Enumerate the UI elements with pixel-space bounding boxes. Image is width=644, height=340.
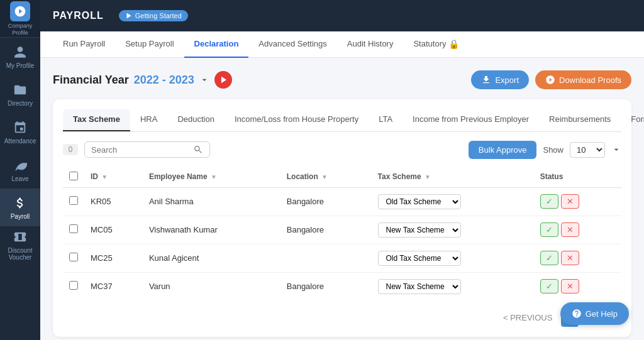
directory-icon xyxy=(13,82,28,97)
col-id: ID ▼ xyxy=(84,167,143,188)
approve-button-3[interactable]: ✓ xyxy=(540,279,558,293)
subnav-setup-payroll[interactable]: Setup Payroll xyxy=(115,31,184,58)
cell-name-0: Anil Sharma xyxy=(143,187,280,216)
svg-marker-1 xyxy=(221,77,226,84)
tab-deduction[interactable]: Deduction xyxy=(167,109,225,131)
tabs-container: Tax Scheme HRA Deduction Income/Loss fro… xyxy=(63,109,621,132)
discount-voucher-icon xyxy=(13,229,28,244)
reject-button-2[interactable]: ✕ xyxy=(561,251,579,265)
col-location: Location ▼ xyxy=(280,167,372,188)
cell-tax-scheme-2: Old Tax Scheme New Tax Scheme xyxy=(372,244,534,272)
sidebar: Company Profile My Profile Directory Att… xyxy=(0,0,40,340)
subnav-statutory[interactable]: Statutory 🔒 xyxy=(403,31,469,58)
table-row: MC05 Vishwanath Kumar Bangalore Old Tax … xyxy=(63,216,621,244)
approve-button-2[interactable]: ✓ xyxy=(540,251,558,265)
sidebar-item-directory[interactable]: Directory xyxy=(0,75,40,113)
financial-year-dropdown[interactable] xyxy=(199,75,209,85)
col-employee-name: Employee Name ▼ xyxy=(143,167,280,188)
search-input[interactable] xyxy=(91,145,189,155)
help-icon xyxy=(572,309,582,319)
content-area: Financial Year 2022 - 2023 Export Downlo… xyxy=(40,58,644,340)
row-checkbox-1[interactable] xyxy=(69,224,78,233)
cell-location-2 xyxy=(280,244,372,272)
get-help-button[interactable]: Get Help xyxy=(560,302,629,325)
subnav-audit-history[interactable]: Audit History xyxy=(337,31,404,58)
pagination: < PREVIOUS 1 NEXT > xyxy=(63,309,621,327)
sidebar-item-my-profile[interactable]: My Profile xyxy=(0,38,40,75)
approve-button-0[interactable]: ✓ xyxy=(540,194,558,209)
table-toolbar: 0 Bulk Approve Show 10 25 50 100 xyxy=(63,141,621,159)
export-button[interactable]: Export xyxy=(471,70,529,89)
cell-status-1: ✓ ✕ xyxy=(534,216,621,244)
sidebar-logo[interactable]: Company Profile xyxy=(0,0,40,38)
approve-button-1[interactable]: ✓ xyxy=(540,222,558,237)
show-label: Show xyxy=(543,145,564,155)
cell-status-2: ✓ ✕ xyxy=(534,244,621,272)
row-checkbox-3[interactable] xyxy=(69,281,78,290)
tax-scheme-select-1[interactable]: Old Tax Scheme New Tax Scheme xyxy=(378,222,461,238)
sidebar-item-discount-voucher[interactable]: Discount Voucher xyxy=(0,226,40,264)
employee-name-filter-icon[interactable]: ▼ xyxy=(211,173,217,180)
reject-button-3[interactable]: ✕ xyxy=(561,279,579,293)
table-row: MC37 Varun Bangalore Old Tax Scheme New … xyxy=(63,272,621,300)
fy-right: Export Download Proofs xyxy=(471,70,631,89)
cell-location-3: Bangalore xyxy=(280,272,372,300)
table-row: MC25 Kunal Agicent Old Tax Scheme New Ta… xyxy=(63,244,621,272)
tab-tax-scheme[interactable]: Tax Scheme xyxy=(63,109,130,131)
payroll-icon xyxy=(13,195,28,211)
subnav-declaration[interactable]: Declaration xyxy=(184,31,249,58)
show-select[interactable]: 10 25 50 100 xyxy=(570,142,605,158)
select-all-checkbox[interactable] xyxy=(69,172,78,180)
cell-tax-scheme-3: Old Tax Scheme New Tax Scheme xyxy=(372,272,534,300)
financial-year-value: 2022 - 2023 xyxy=(134,74,194,87)
tab-income-previous[interactable]: Income from Previous Employer xyxy=(402,109,539,131)
subnav-run-payroll[interactable]: Run Payroll xyxy=(53,31,115,58)
tab-hra[interactable]: HRA xyxy=(130,109,167,131)
tax-scheme-select-0[interactable]: Old Tax Scheme New Tax Scheme xyxy=(378,194,461,209)
tax-scheme-select-3[interactable]: Old Tax Scheme New Tax Scheme xyxy=(378,279,461,294)
cell-name-3: Varun xyxy=(143,272,280,300)
previous-button[interactable]: < PREVIOUS xyxy=(498,310,557,325)
col-status: Status xyxy=(534,167,621,188)
svg-marker-0 xyxy=(126,13,131,19)
tab-lta[interactable]: LTA xyxy=(369,109,402,131)
sidebar-label-discount-voucher: Discount Voucher xyxy=(0,247,40,261)
sidebar-label-leave: Leave xyxy=(11,175,28,182)
attendance-icon xyxy=(13,120,28,135)
topnav: PAYROLL Getting Started xyxy=(40,0,644,31)
tab-income-loss[interactable]: Income/Loss from House Property xyxy=(225,109,369,131)
app-title: PAYROLL xyxy=(53,10,104,21)
tax-scheme-select-2[interactable]: Old Tax Scheme New Tax Scheme xyxy=(378,251,461,266)
reject-button-0[interactable]: ✕ xyxy=(561,194,579,209)
tax-scheme-filter-icon[interactable]: ▼ xyxy=(425,173,431,180)
cell-id-1: MC05 xyxy=(84,216,143,244)
chevron-down-icon xyxy=(611,145,621,155)
sidebar-item-payroll[interactable]: Payroll xyxy=(0,189,40,226)
row-checkbox-2[interactable] xyxy=(69,253,78,261)
my-profile-icon xyxy=(13,45,28,60)
id-filter-icon[interactable]: ▼ xyxy=(101,173,108,180)
table-row: KR05 Anil Sharma Bangalore Old Tax Schem… xyxy=(63,187,621,216)
sidebar-item-leave[interactable]: Leave xyxy=(0,151,40,189)
sidebar-label-my-profile: My Profile xyxy=(6,62,34,69)
cell-location-1: Bangalore xyxy=(280,216,372,244)
subnav: Run Payroll Setup Payroll Declaration Ad… xyxy=(40,31,644,58)
tab-reimbursements[interactable]: Reimbursements xyxy=(539,109,621,131)
search-box[interactable] xyxy=(84,141,210,158)
sidebar-label-directory: Directory xyxy=(8,100,33,107)
data-table: ID ▼ Employee Name ▼ Location ▼ Tax Sc xyxy=(63,167,621,300)
location-filter-icon[interactable]: ▼ xyxy=(321,173,328,180)
reject-button-1[interactable]: ✕ xyxy=(561,222,579,237)
fy-left: Financial Year 2022 - 2023 xyxy=(53,71,232,89)
search-icon xyxy=(193,145,203,155)
download-proofs-button[interactable]: Download Proofs xyxy=(535,70,631,89)
sidebar-item-attendance[interactable]: Attendance xyxy=(0,113,40,151)
row-checkbox-0[interactable] xyxy=(69,196,78,205)
sidebar-label-payroll: Payroll xyxy=(11,213,30,220)
subnav-advanced-settings[interactable]: Advanced Settings xyxy=(248,31,336,58)
cell-location-0: Bangalore xyxy=(280,187,372,216)
bulk-approve-button[interactable]: Bulk Approve xyxy=(469,141,537,159)
play-button[interactable] xyxy=(214,71,232,89)
tab-forms[interactable]: Forms ✕ xyxy=(621,109,644,131)
getting-started-badge[interactable]: Getting Started xyxy=(119,10,188,21)
